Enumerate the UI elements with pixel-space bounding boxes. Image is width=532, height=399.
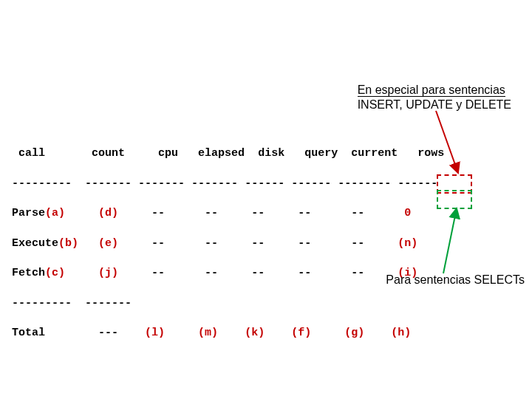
hdr-cpu: cpu — [158, 147, 178, 160]
parse-row: Parse(a) (d) -- -- -- -- -- 0 — [12, 206, 444, 221]
stats-table: call count cpu elapsed disk query curren… — [12, 132, 444, 356]
caption-select: Para sentencias SELECTs — [386, 273, 525, 287]
parse-count: (d) — [98, 207, 118, 219]
hdr-query: query — [304, 147, 338, 160]
execute-row: Execute(b) (e) -- -- -- -- -- (n) — [12, 236, 444, 251]
caption-dml-line1: En especial para sentencias — [358, 83, 505, 97]
total-count: --- — [98, 327, 118, 339]
total-label: Total — [12, 327, 45, 339]
arrow-select — [443, 208, 457, 273]
total-query: (f) — [291, 327, 311, 339]
execute-label: Execute — [12, 237, 58, 250]
caption-dml: En especial para sentencias INSERT, UPDA… — [358, 83, 511, 112]
hdr-current: current — [351, 147, 398, 160]
total-row: Total --- (l) (m) (k) (f) (g) (h) — [12, 326, 444, 341]
caption-dml-line2: INSERT, UPDATE y DELETE — [358, 98, 511, 111]
hdr-rows: rows — [417, 147, 444, 160]
total-current: (g) — [344, 327, 364, 339]
total-rows: (h) — [391, 327, 411, 339]
fetch-label: Fetch — [12, 267, 45, 279]
total-elapsed: (m) — [198, 327, 218, 339]
execute-ref: (b) — [58, 237, 78, 250]
header-row: call count cpu elapsed disk query curren… — [12, 146, 444, 161]
hdr-count: count — [92, 147, 125, 160]
total-disk: (k) — [245, 327, 265, 339]
parse-ref: (a) — [45, 207, 65, 219]
fetch-ref: (c) — [45, 267, 65, 279]
fetch-count: (j) — [98, 267, 118, 279]
parse-label: Parse — [12, 207, 45, 219]
total-cpu: (l) — [145, 327, 165, 339]
sep-row-2: --------- ------- — [12, 296, 444, 311]
sep-row-1: --------- ------- ------- ------- ------… — [12, 177, 444, 191]
hdr-elapsed: elapsed — [198, 147, 245, 160]
hdr-call: call — [18, 147, 45, 160]
execute-rows: (n) — [398, 237, 417, 250]
execute-count: (e) — [98, 237, 118, 250]
hdr-disk: disk — [258, 147, 284, 160]
parse-rows: 0 — [404, 207, 411, 219]
fetch-row: Fetch(c) (j) -- -- -- -- -- (i) — [12, 266, 444, 281]
